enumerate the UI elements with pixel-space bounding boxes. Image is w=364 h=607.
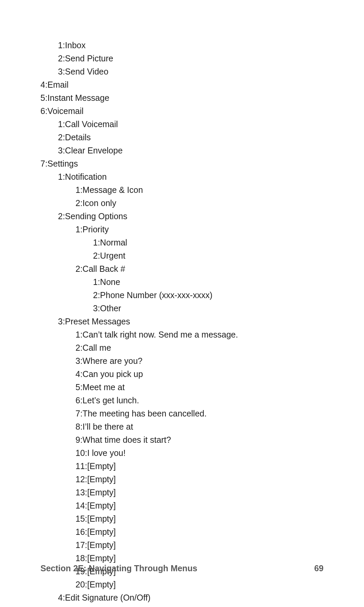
menu-list: 1: Inbox2: Send Picture3: Send Video4: E… bbox=[40, 39, 324, 607]
menu-item-number: 7 bbox=[75, 407, 80, 420]
menu-item-number: 3 bbox=[58, 144, 63, 157]
menu-item-text: Call Back # bbox=[83, 262, 125, 276]
menu-row: 5: Message Alert bbox=[58, 604, 324, 607]
menu-row: 1: Call Voicemail bbox=[58, 118, 324, 131]
menu-row: 2: Sending Options bbox=[58, 210, 324, 223]
menu-item-text: Icon only bbox=[83, 197, 116, 210]
menu-item-separator: : bbox=[80, 368, 83, 381]
menu-item-separator: : bbox=[85, 512, 87, 525]
menu-item-number: 4 bbox=[75, 368, 80, 381]
menu-row: 15: [Empty] bbox=[75, 512, 324, 525]
menu-item-text: [Empty] bbox=[87, 552, 116, 565]
menu-item-separator: : bbox=[85, 539, 87, 552]
menu-item-number: 3 bbox=[58, 315, 63, 328]
menu-row: 5: Instant Message bbox=[40, 91, 324, 105]
menu-item-number: 15 bbox=[75, 512, 85, 525]
menu-item-separator: : bbox=[98, 249, 100, 262]
menu-row: 1: None bbox=[93, 276, 324, 289]
menu-item-text: Edit Signature (On/Off) bbox=[65, 591, 151, 604]
menu-item-text: Inbox bbox=[65, 39, 86, 52]
menu-item-separator: : bbox=[85, 578, 87, 591]
menu-item-text: [Empty] bbox=[87, 486, 116, 499]
menu-row: 8: I’ll be there at bbox=[75, 420, 324, 433]
menu-row: 5: Meet me at bbox=[75, 381, 324, 394]
menu-row: 2: Icon only bbox=[75, 197, 324, 210]
menu-item-number: 5 bbox=[58, 604, 63, 607]
menu-row: 3: Send Video bbox=[58, 65, 324, 78]
menu-item-number: 1 bbox=[58, 118, 63, 131]
menu-item-text: What time does it start? bbox=[83, 433, 171, 446]
menu-row: 2: Call Back # bbox=[75, 262, 324, 276]
menu-item-text: Phone Number (xxx-xxx-xxxx) bbox=[100, 289, 212, 302]
menu-item-text: Urgent bbox=[100, 249, 125, 262]
menu-item-text: [Empty] bbox=[87, 512, 116, 525]
menu-item-number: 1 bbox=[75, 183, 80, 197]
menu-item-text: Instant Message bbox=[48, 91, 109, 105]
menu-item-text: Call Voicemail bbox=[65, 118, 118, 131]
menu-item-number: 3 bbox=[58, 65, 63, 78]
menu-item-separator: : bbox=[63, 210, 65, 223]
menu-item-number: 11 bbox=[75, 460, 85, 473]
menu-item-number: 12 bbox=[75, 473, 85, 486]
menu-item-number: 4 bbox=[58, 591, 63, 604]
menu-item-text: [Empty] bbox=[87, 460, 116, 473]
page: 1: Inbox2: Send Picture3: Send Video4: E… bbox=[0, 0, 364, 607]
menu-item-number: 1 bbox=[58, 39, 63, 52]
menu-item-separator: : bbox=[63, 170, 65, 183]
menu-row: 2: Phone Number (xxx-xxx-xxxx) bbox=[93, 289, 324, 302]
menu-item-separator: : bbox=[45, 105, 48, 118]
menu-item-separator: : bbox=[63, 118, 65, 131]
menu-row: 6: Voicemail bbox=[40, 105, 324, 118]
menu-item-separator: : bbox=[80, 381, 83, 394]
menu-item-number: 1 bbox=[58, 170, 63, 183]
menu-row: 2: Urgent bbox=[93, 249, 324, 262]
menu-row: 7: The meeting has been cancelled. bbox=[75, 407, 324, 420]
menu-item-separator: : bbox=[63, 39, 65, 52]
menu-row: 20: [Empty] bbox=[75, 578, 324, 591]
menu-item-separator: : bbox=[80, 223, 83, 236]
menu-item-separator: : bbox=[85, 499, 87, 512]
menu-row: 3: Preset Messages bbox=[58, 315, 324, 328]
menu-row: 10: I love you! bbox=[75, 446, 324, 460]
menu-item-text: [Empty] bbox=[87, 473, 116, 486]
menu-item-text: Meet me at bbox=[83, 381, 125, 394]
menu-item-text: Send Picture bbox=[65, 52, 113, 65]
menu-row: 1: Inbox bbox=[58, 39, 324, 52]
menu-item-separator: : bbox=[80, 420, 83, 433]
menu-row: 6: Let’s get lunch. bbox=[75, 394, 324, 407]
menu-item-number: 20 bbox=[75, 578, 85, 591]
menu-item-text: Call me bbox=[83, 341, 111, 354]
menu-item-number: 2 bbox=[58, 52, 63, 65]
menu-item-separator: : bbox=[85, 525, 87, 539]
menu-item-number: 2 bbox=[93, 289, 98, 302]
menu-row: 4: Email bbox=[40, 78, 324, 91]
menu-row: 14: [Empty] bbox=[75, 499, 324, 512]
menu-item-number: 5 bbox=[40, 91, 45, 105]
menu-item-separator: : bbox=[45, 78, 48, 91]
menu-item-separator: : bbox=[98, 236, 100, 249]
menu-item-number: 6 bbox=[75, 394, 80, 407]
menu-item-number: 2 bbox=[58, 131, 63, 144]
menu-item-number: 1 bbox=[75, 328, 80, 341]
menu-item-separator: : bbox=[98, 276, 100, 289]
menu-row: 3: Clear Envelope bbox=[58, 144, 324, 157]
menu-item-separator: : bbox=[63, 52, 65, 65]
menu-item-number: 6 bbox=[40, 105, 45, 118]
menu-item-number: 18 bbox=[75, 552, 85, 565]
menu-item-text: [Empty] bbox=[87, 525, 116, 539]
menu-row: 18: [Empty] bbox=[75, 552, 324, 565]
menu-row: 11: [Empty] bbox=[75, 460, 324, 473]
menu-item-text: Email bbox=[48, 78, 69, 91]
menu-item-separator: : bbox=[63, 144, 65, 157]
menu-item-number: 2 bbox=[75, 262, 80, 276]
menu-item-separator: : bbox=[80, 341, 83, 354]
menu-item-separator: : bbox=[45, 91, 48, 105]
menu-item-number: 14 bbox=[75, 499, 85, 512]
menu-row: 1: Message & Icon bbox=[75, 183, 324, 197]
menu-row: 1: Can’t talk right now. Send me a messa… bbox=[75, 328, 324, 341]
menu-row: 16: [Empty] bbox=[75, 525, 324, 539]
menu-item-separator: : bbox=[85, 473, 87, 486]
menu-item-text: Other bbox=[100, 302, 121, 315]
menu-item-text: [Empty] bbox=[87, 539, 116, 552]
menu-item-separator: : bbox=[85, 552, 87, 565]
